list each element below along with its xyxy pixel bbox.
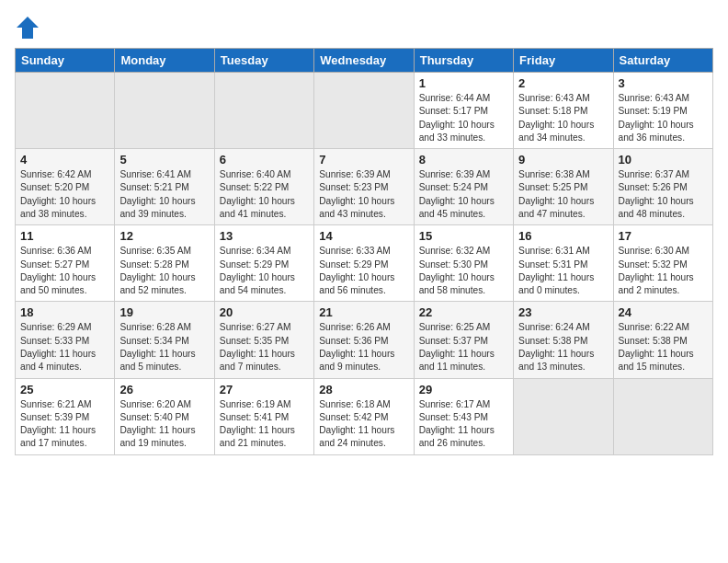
day-info: Sunrise: 6:19 AM Sunset: 5:41 PM Dayligh… — [220, 398, 309, 451]
day-number: 25 — [20, 383, 109, 396]
day-info: Sunrise: 6:20 AM Sunset: 5:40 PM Dayligh… — [119, 398, 209, 451]
calendar-cell: 15Sunrise: 6:32 AM Sunset: 5:30 PM Dayli… — [414, 225, 513, 302]
calendar-cell: 9Sunrise: 6:38 AM Sunset: 5:25 PM Daylig… — [514, 149, 613, 225]
calendar-cell: 14Sunrise: 6:33 AM Sunset: 5:29 PM Dayli… — [314, 225, 414, 302]
header-day-monday: Monday — [115, 49, 214, 73]
day-number: 23 — [518, 305, 608, 319]
week-row-4: 18Sunrise: 6:29 AM Sunset: 5:33 PM Dayli… — [16, 302, 713, 378]
day-info: Sunrise: 6:43 AM Sunset: 5:18 PM Dayligh… — [518, 92, 608, 144]
calendar-cell: 23Sunrise: 6:24 AM Sunset: 5:38 PM Dayli… — [514, 302, 613, 378]
day-info: Sunrise: 6:39 AM Sunset: 5:24 PM Dayligh… — [419, 168, 508, 221]
calendar-cell: 6Sunrise: 6:40 AM Sunset: 5:22 PM Daylig… — [214, 149, 313, 225]
day-number: 16 — [518, 229, 608, 243]
calendar-header: SundayMondayTuesdayWednesdayThursdayFrid… — [16, 49, 713, 73]
calendar-cell: 12Sunrise: 6:35 AM Sunset: 5:28 PM Dayli… — [115, 225, 214, 302]
day-number: 26 — [119, 383, 209, 396]
day-info: Sunrise: 6:18 AM Sunset: 5:42 PM Dayligh… — [319, 398, 408, 451]
day-number: 2 — [518, 76, 608, 90]
day-info: Sunrise: 6:44 AM Sunset: 5:17 PM Dayligh… — [419, 92, 508, 144]
week-row-3: 11Sunrise: 6:36 AM Sunset: 5:27 PM Dayli… — [16, 225, 713, 302]
day-info: Sunrise: 6:39 AM Sunset: 5:23 PM Dayligh… — [319, 168, 408, 221]
day-info: Sunrise: 6:36 AM Sunset: 5:27 PM Dayligh… — [20, 245, 109, 297]
day-info: Sunrise: 6:28 AM Sunset: 5:34 PM Dayligh… — [119, 321, 209, 373]
calendar-cell: 29Sunrise: 6:17 AM Sunset: 5:43 PM Dayli… — [414, 378, 513, 454]
day-info: Sunrise: 6:26 AM Sunset: 5:36 PM Dayligh… — [319, 321, 408, 373]
day-info: Sunrise: 6:24 AM Sunset: 5:38 PM Dayligh… — [518, 321, 608, 373]
day-number: 18 — [20, 305, 109, 319]
svg-marker-0 — [17, 17, 39, 39]
calendar-cell: 22Sunrise: 6:25 AM Sunset: 5:37 PM Dayli… — [414, 302, 513, 378]
day-number: 17 — [619, 229, 708, 243]
header-day-thursday: Thursday — [414, 49, 513, 73]
calendar-cell: 4Sunrise: 6:42 AM Sunset: 5:20 PM Daylig… — [16, 149, 115, 225]
day-number: 1 — [419, 76, 508, 90]
calendar-body: 1Sunrise: 6:44 AM Sunset: 5:17 PM Daylig… — [16, 73, 713, 455]
logo-icon — [15, 15, 40, 40]
logo — [15, 15, 44, 40]
day-number: 5 — [119, 153, 209, 167]
header-day-tuesday: Tuesday — [214, 49, 313, 73]
calendar-cell: 20Sunrise: 6:27 AM Sunset: 5:35 PM Dayli… — [214, 302, 313, 378]
day-number: 11 — [20, 229, 109, 243]
day-number: 4 — [20, 153, 109, 167]
day-info: Sunrise: 6:31 AM Sunset: 5:31 PM Dayligh… — [518, 245, 608, 297]
week-row-1: 1Sunrise: 6:44 AM Sunset: 5:17 PM Daylig… — [16, 73, 713, 149]
day-number: 15 — [419, 229, 508, 243]
calendar-cell: 21Sunrise: 6:26 AM Sunset: 5:36 PM Dayli… — [314, 302, 414, 378]
day-number: 28 — [319, 383, 408, 396]
day-number: 19 — [119, 305, 209, 319]
day-info: Sunrise: 6:35 AM Sunset: 5:28 PM Dayligh… — [119, 245, 209, 297]
header-day-friday: Friday — [514, 49, 613, 73]
day-info: Sunrise: 6:27 AM Sunset: 5:35 PM Dayligh… — [220, 321, 309, 373]
calendar-table: SundayMondayTuesdayWednesdayThursdayFrid… — [15, 48, 713, 455]
week-row-5: 25Sunrise: 6:21 AM Sunset: 5:39 PM Dayli… — [16, 378, 713, 454]
calendar-cell: 3Sunrise: 6:43 AM Sunset: 5:19 PM Daylig… — [613, 73, 712, 149]
calendar-cell: 8Sunrise: 6:39 AM Sunset: 5:24 PM Daylig… — [414, 149, 513, 225]
day-number: 21 — [319, 305, 408, 319]
day-number: 3 — [619, 76, 708, 90]
day-number: 6 — [220, 153, 309, 167]
day-info: Sunrise: 6:25 AM Sunset: 5:37 PM Dayligh… — [419, 321, 508, 373]
day-info: Sunrise: 6:30 AM Sunset: 5:32 PM Dayligh… — [619, 245, 708, 297]
day-number: 22 — [419, 305, 508, 319]
calendar-cell — [16, 73, 115, 149]
day-info: Sunrise: 6:17 AM Sunset: 5:43 PM Dayligh… — [419, 398, 508, 451]
day-info: Sunrise: 6:21 AM Sunset: 5:39 PM Dayligh… — [20, 398, 109, 451]
day-info: Sunrise: 6:37 AM Sunset: 5:26 PM Dayligh… — [619, 168, 708, 221]
header-row: SundayMondayTuesdayWednesdayThursdayFrid… — [16, 49, 713, 73]
day-number: 20 — [220, 305, 309, 319]
day-number: 27 — [220, 383, 309, 396]
calendar-cell: 5Sunrise: 6:41 AM Sunset: 5:21 PM Daylig… — [115, 149, 214, 225]
calendar-cell: 17Sunrise: 6:30 AM Sunset: 5:32 PM Dayli… — [613, 225, 712, 302]
day-info: Sunrise: 6:34 AM Sunset: 5:29 PM Dayligh… — [220, 245, 309, 297]
day-number: 13 — [220, 229, 309, 243]
day-info: Sunrise: 6:41 AM Sunset: 5:21 PM Dayligh… — [119, 168, 209, 221]
day-number: 9 — [518, 153, 608, 167]
calendar-cell — [115, 73, 214, 149]
day-info: Sunrise: 6:43 AM Sunset: 5:19 PM Dayligh… — [619, 92, 708, 144]
week-row-2: 4Sunrise: 6:42 AM Sunset: 5:20 PM Daylig… — [16, 149, 713, 225]
calendar-cell: 7Sunrise: 6:39 AM Sunset: 5:23 PM Daylig… — [314, 149, 414, 225]
day-info: Sunrise: 6:22 AM Sunset: 5:38 PM Dayligh… — [619, 321, 708, 373]
calendar-cell: 2Sunrise: 6:43 AM Sunset: 5:18 PM Daylig… — [514, 73, 613, 149]
calendar-cell: 11Sunrise: 6:36 AM Sunset: 5:27 PM Dayli… — [16, 225, 115, 302]
day-info: Sunrise: 6:38 AM Sunset: 5:25 PM Dayligh… — [518, 168, 608, 221]
day-number: 14 — [319, 229, 408, 243]
calendar-cell: 24Sunrise: 6:22 AM Sunset: 5:38 PM Dayli… — [613, 302, 712, 378]
header-day-sunday: Sunday — [16, 49, 115, 73]
day-info: Sunrise: 6:42 AM Sunset: 5:20 PM Dayligh… — [20, 168, 109, 221]
day-info: Sunrise: 6:33 AM Sunset: 5:29 PM Dayligh… — [319, 245, 408, 297]
day-info: Sunrise: 6:32 AM Sunset: 5:30 PM Dayligh… — [419, 245, 508, 297]
day-number: 29 — [419, 383, 508, 396]
page-header — [15, 15, 713, 40]
day-info: Sunrise: 6:29 AM Sunset: 5:33 PM Dayligh… — [20, 321, 109, 373]
calendar-cell: 16Sunrise: 6:31 AM Sunset: 5:31 PM Dayli… — [514, 225, 613, 302]
day-number: 7 — [319, 153, 408, 167]
day-number: 12 — [119, 229, 209, 243]
calendar-cell — [314, 73, 414, 149]
calendar-cell: 1Sunrise: 6:44 AM Sunset: 5:17 PM Daylig… — [414, 73, 513, 149]
header-day-saturday: Saturday — [613, 49, 712, 73]
calendar-cell — [613, 378, 712, 454]
calendar-cell: 28Sunrise: 6:18 AM Sunset: 5:42 PM Dayli… — [314, 378, 414, 454]
day-number: 10 — [619, 153, 708, 167]
